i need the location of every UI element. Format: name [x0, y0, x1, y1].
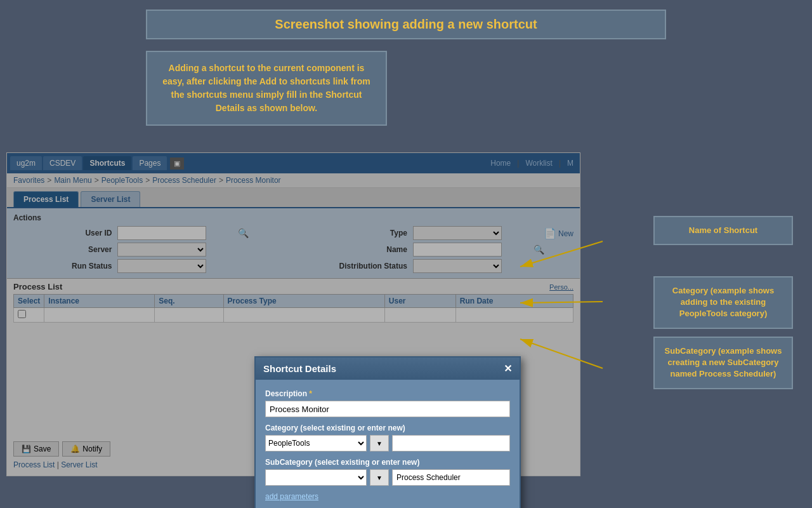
dialog-title: Shortcut Details — [263, 363, 336, 374]
category-text-input[interactable] — [392, 435, 510, 451]
top-title-text: Screenshot showing adding a new shortcut — [275, 17, 537, 31]
top-title-box: Screenshot showing adding a new shortcut — [146, 10, 666, 39]
add-parameters-link[interactable]: add parameters — [265, 492, 510, 501]
dialog-header: Shortcut Details ✕ — [256, 358, 520, 380]
category-select[interactable]: PeopleTools — [265, 435, 367, 451]
category-dropdown-btn[interactable]: ▼ — [370, 435, 389, 451]
subcategory-select[interactable] — [265, 469, 367, 486]
subcategory-text-input[interactable] — [392, 469, 510, 486]
description-label: Description * — [265, 389, 510, 398]
subcategory-dropdown-btn[interactable]: ▼ — [370, 469, 389, 486]
category-field-row: PeopleTools ▼ — [265, 435, 510, 451]
top-desc-text: Adding a shortcut to the current compone… — [162, 63, 370, 113]
annotation-category: Category (example shows adding to the ex… — [653, 276, 793, 329]
annotation-subcategory: SubCategory (example shows creating a ne… — [653, 337, 793, 389]
dialog-body: Description * Category (select existing … — [256, 380, 520, 508]
shortcut-details-dialog: Shortcut Details ✕ Description * Categor… — [254, 356, 521, 508]
annotation-category-text: Category (example shows adding to the ex… — [672, 286, 774, 318]
dialog-close-button[interactable]: ✕ — [504, 363, 512, 375]
annotation-name-shortcut: Name of Shortcut — [653, 216, 793, 245]
subcategory-field-row: ▼ — [265, 469, 510, 486]
annotation-subcategory-text: SubCategory (example shows creating a ne… — [665, 346, 782, 378]
top-desc-box: Adding a shortcut to the current compone… — [146, 51, 387, 126]
category-label: Category (select existing or enter new) — [265, 424, 510, 432]
subcategory-label: SubCategory (select existing or enter ne… — [265, 458, 510, 467]
description-input[interactable] — [265, 401, 510, 417]
annotation-name-shortcut-text: Name of Shortcut — [689, 225, 757, 235]
app-container: ug2m CSDEV Shortcuts Pages ▣ Home | Work… — [6, 152, 580, 476]
